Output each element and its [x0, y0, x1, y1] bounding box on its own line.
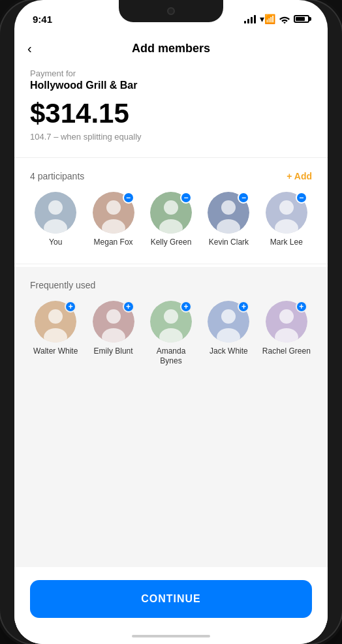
participant-name: Kevin Clark [209, 238, 249, 248]
wifi-icon [279, 14, 290, 23]
svg-point-25 [221, 309, 236, 324]
frequently-item[interactable]: + Jack White [203, 301, 254, 357]
payment-amount: $314.15 [30, 98, 312, 129]
frequently-section: Frequently used + Walter White [14, 267, 328, 567]
participants-list: You − Megan Fox [30, 192, 312, 248]
header: ‹ Add members [14, 31, 328, 63]
add-badge[interactable]: + [65, 301, 76, 313]
payment-for-label: Payment for [30, 69, 312, 78]
add-badge[interactable]: + [180, 301, 192, 313]
svg-point-10 [221, 200, 236, 215]
frequently-name: Rachel Green [262, 346, 311, 357]
participant-name: Mark Lee [270, 238, 303, 248]
svg-point-1 [48, 200, 63, 215]
avatar-wrapper: − [93, 192, 134, 234]
participant-item[interactable]: − Kevin Clark [203, 192, 254, 248]
remove-badge[interactable]: − [238, 192, 249, 204]
participant-item[interactable]: − Megan Fox [87, 192, 138, 248]
remove-badge[interactable]: − [296, 192, 307, 204]
frequently-item[interactable]: + Walter White [30, 301, 81, 357]
frequently-name: Jack White [210, 346, 248, 357]
frequently-name: Amanda Bynes [146, 346, 196, 367]
participant-item[interactable]: You [30, 192, 81, 248]
app-content: ‹ Add members Payment for Hollywood Gril… [14, 31, 328, 644]
svg-point-13 [279, 200, 294, 215]
svg-point-22 [164, 309, 178, 324]
page-title: Add members [132, 42, 210, 55]
svg-point-16 [48, 309, 63, 324]
add-badge[interactable]: + [238, 301, 249, 313]
participants-count: 4 participants [30, 171, 84, 181]
avatar-wrapper: − [150, 192, 192, 234]
frequently-item[interactable]: + Emily Blunt [87, 301, 138, 357]
status-icons: ▾📶 [244, 14, 309, 24]
svg-point-28 [279, 309, 294, 324]
avatar-wrapper [35, 192, 76, 234]
frequently-name: Emily Blunt [94, 346, 133, 357]
battery-icon [294, 15, 309, 23]
home-indicator [132, 635, 210, 637]
participant-item[interactable]: − Mark Lee [261, 192, 312, 248]
payment-section: Payment for Hollywood Grill & Bar $314.1… [14, 63, 328, 155]
avatar-wrapper: + [208, 301, 249, 343]
payment-venue: Hollywood Grill & Bar [30, 80, 312, 91]
add-participant-button[interactable]: + Add [287, 171, 312, 181]
participant-item[interactable]: − Kelly Green [146, 192, 196, 248]
avatar-wrapper: + [93, 301, 134, 343]
wifi-icon: ▾📶 [260, 14, 275, 24]
avatar-wrapper: + [35, 301, 76, 343]
add-badge[interactable]: + [296, 301, 307, 313]
participants-header: 4 participants + Add [30, 171, 312, 181]
add-badge[interactable]: + [123, 301, 134, 313]
back-button[interactable]: ‹ [27, 41, 32, 56]
status-time: 9:41 [33, 14, 52, 25]
participant-name: Kelly Green [151, 238, 192, 248]
continue-section: CONTINUE [14, 567, 328, 644]
avatar [35, 192, 76, 234]
svg-point-19 [106, 309, 121, 324]
svg-point-7 [164, 200, 178, 215]
signal-icon [244, 14, 256, 23]
avatar-wrapper: − [266, 192, 307, 234]
avatar-wrapper: − [208, 192, 249, 234]
frequently-name: Walter White [33, 346, 78, 357]
section-divider [14, 157, 328, 158]
frequently-item[interactable]: + Amanda Bynes [146, 301, 196, 367]
continue-button[interactable]: CONTINUE [30, 580, 312, 618]
avatar-wrapper: + [150, 301, 192, 343]
frequently-list: + Walter White + Emily Blunt [30, 301, 312, 367]
participant-name: Megan Fox [94, 238, 133, 248]
participant-name: You [49, 238, 62, 248]
remove-badge[interactable]: − [180, 192, 192, 204]
payment-split-note: 104.7 – when splitting equally [30, 132, 312, 142]
svg-point-4 [106, 200, 121, 215]
avatar-wrapper: + [266, 301, 307, 343]
frequently-label: Frequently used [30, 280, 312, 290]
participants-section: 4 participants + Add You [14, 161, 328, 261]
remove-badge[interactable]: − [123, 192, 134, 204]
section-divider-2 [14, 264, 328, 264]
frequently-item[interactable]: + Rachel Green [261, 301, 312, 357]
